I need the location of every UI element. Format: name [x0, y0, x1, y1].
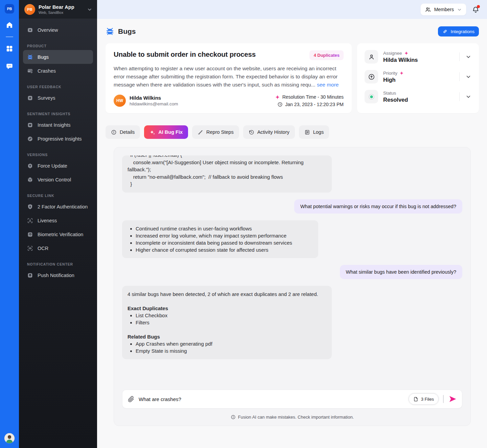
see-more-link[interactable]: see more — [317, 82, 339, 88]
surveys-icon — [27, 95, 33, 101]
tab-repro-steps[interactable]: Repro Steps — [192, 125, 239, 139]
sidebar-item-crashes[interactable]: Crashes — [23, 64, 93, 78]
sidebar-item-instant-insights[interactable]: Instant Insights — [23, 118, 93, 132]
workspace-avatar: PB — [24, 4, 35, 15]
files-count-label: 3 Files — [421, 397, 434, 402]
bug-title: Unable to submit order in checkout proce… — [114, 50, 256, 58]
notifications-button[interactable] — [472, 6, 480, 14]
tab-label: AI Bug Fix — [158, 129, 183, 135]
app-logo: PB — [5, 4, 14, 14]
code-line: console.warn("[AI-Suggestion] User objec… — [127, 159, 326, 173]
workspace-switcher[interactable]: PB Polar Bear App Web, SandBox — [19, 0, 97, 19]
sidebar-item-force-update[interactable]: Force Update — [23, 159, 93, 173]
ai-message-risks: Continued runtime crashes in user-facing… — [122, 220, 318, 258]
sidebar-item-push-notification[interactable]: Push Notification — [23, 268, 93, 282]
sidebar-item-bugs[interactable]: Bugs — [23, 50, 93, 64]
apps-button[interactable] — [3, 43, 16, 55]
sidebar-item-progressive-insights[interactable]: Progressive Insights — [23, 132, 93, 146]
sidebar-item-ocr[interactable]: OCR — [23, 241, 93, 255]
sidebar-section-versions: VERSIONS — [23, 153, 93, 157]
arrow-up-circle-icon — [365, 70, 378, 83]
file-icon — [413, 397, 418, 402]
tab-activity-history[interactable]: Activity History — [243, 125, 295, 139]
chevron-down-icon[interactable] — [465, 54, 471, 60]
paperclip-icon[interactable] — [128, 396, 134, 402]
chevron-down-icon[interactable] — [465, 94, 471, 100]
divider — [459, 92, 460, 101]
sidebar-item-label: Liveness — [38, 218, 57, 223]
info-icon — [231, 415, 236, 420]
chat-input[interactable] — [139, 396, 409, 402]
sidebar-section-user-feedback: USER FEEDBACK — [23, 85, 93, 89]
assignee-dropdown[interactable]: Assignee Hilda Wilkins — [365, 50, 471, 64]
tab-logs[interactable]: Logs — [299, 125, 329, 139]
members-button[interactable]: Members — [420, 3, 466, 16]
sidebar-item-overview[interactable]: Overview — [23, 23, 93, 37]
divider — [459, 72, 460, 81]
chevron-down-icon — [87, 7, 92, 12]
bug-card: Unable to submit order in checkout proce… — [106, 43, 352, 113]
crashes-icon — [27, 68, 33, 74]
code-line: } — [127, 180, 326, 188]
sidebar-item-label: Instant Insights — [38, 122, 71, 128]
integrations-button[interactable]: Integrations — [438, 26, 479, 36]
sparkle-icon — [149, 129, 155, 135]
home-button[interactable] — [3, 19, 16, 31]
sidebar-item-label: Biometric Verification — [38, 232, 83, 237]
user-avatar[interactable] — [4, 433, 15, 443]
sparkle-icon — [399, 71, 404, 75]
reporter-name: Hilda Wilkins — [130, 95, 178, 101]
status-dropdown[interactable]: Status Resolved — [365, 90, 471, 103]
sidebar-item-version-control[interactable]: Version Control — [23, 173, 93, 186]
bell-square-icon — [27, 272, 33, 278]
chat-bubble-icon — [6, 63, 13, 70]
heart-icon — [27, 122, 33, 128]
topbar: Members — [97, 0, 487, 19]
bug-page-icon — [106, 27, 114, 36]
steps-icon — [198, 129, 203, 135]
sidebar-item-label: OCR — [38, 246, 48, 251]
grid-icon — [6, 45, 13, 52]
tab-details[interactable]: Details — [106, 125, 140, 139]
chevron-down-icon[interactable] — [465, 74, 471, 80]
code-line: return "no-email@fallback.com"; // fallb… — [127, 173, 326, 181]
duplicates-badge[interactable]: 4 Duplicates — [309, 50, 344, 60]
divider — [443, 395, 444, 403]
related-bugs-heading: Related Bugs — [127, 333, 326, 340]
tab-label: Repro Steps — [206, 129, 234, 135]
risk-item: Higher chance of corrupted session state… — [136, 246, 313, 253]
rail-divider — [6, 36, 13, 37]
priority-value: High — [383, 77, 404, 83]
sidebar-item-biometric[interactable]: Biometric Verification — [23, 227, 93, 241]
bug-properties-panel: Assignee Hilda Wilkins Priority High — [357, 43, 479, 113]
risk-item: Incomplete or inconsistent data being pa… — [136, 239, 313, 246]
resolution-time: Resolution Time - 30 Minutes — [275, 94, 344, 100]
sidebar-item-surveys[interactable]: Surveys — [23, 91, 93, 105]
priority-dropdown[interactable]: Priority High — [365, 70, 471, 83]
sidebar-item-liveness[interactable]: Liveness — [23, 214, 93, 227]
ai-message-similar-bugs: 4 similar bugs have been detected, 2 of … — [122, 286, 332, 359]
code-line-clipped: if (!user || !user.email) { — [127, 155, 326, 159]
sidebar-section-sentiment: SENTIMENT INSIGHTS — [23, 112, 93, 116]
user-message: What potential warnings or risks may occ… — [294, 199, 462, 214]
clock-icon — [277, 102, 283, 107]
duplicate-item: List Checkbox — [136, 312, 326, 319]
user-message: What similar bugs have been identified p… — [340, 265, 462, 279]
ai-disclaimer: Fusion AI can make mistakes. Check impor… — [122, 415, 462, 420]
reporter-avatar: HW — [114, 95, 126, 107]
sparkle-icon — [404, 51, 409, 55]
tab-ai-bug-fix[interactable]: AI Bug Fix — [144, 125, 188, 139]
page-title: Bugs — [118, 27, 136, 35]
reported-date: Jan 23, 2023 - 12:20:23 PM — [277, 102, 344, 107]
sidebar-item-label: 2 Factor Authentication — [38, 204, 88, 209]
arrow-up-hexagon-icon — [27, 163, 33, 169]
chat-button[interactable] — [3, 60, 16, 72]
sidebar-item-2fa[interactable]: 2 Factor Authentication — [23, 200, 93, 214]
face-scan-icon — [27, 218, 33, 224]
reporter-email: hildawilkins@email.com — [130, 101, 178, 106]
send-button[interactable] — [448, 395, 457, 403]
related-item: Empty State is missing — [136, 347, 326, 354]
attached-files-button[interactable]: 3 Files — [409, 393, 439, 405]
sidebar-section-product: PRODUCT — [23, 44, 93, 48]
bug-icon — [27, 54, 33, 60]
